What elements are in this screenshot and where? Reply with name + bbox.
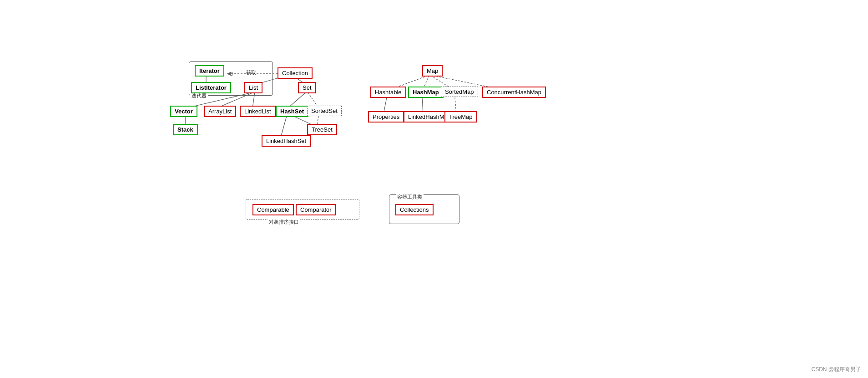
node-collections: Collections (395, 204, 434, 215)
node-hashset: HashSet (276, 106, 308, 117)
node-collection: Collection (278, 67, 313, 79)
node-vector: Vector (170, 106, 197, 117)
node-treeset: TreeSet (307, 124, 337, 135)
get-label: 获取 (246, 69, 256, 76)
node-stack: Stack (173, 124, 198, 135)
diagram: 迭代器 对象排序接口 容器工具类 获取 Collection Iterator … (0, 0, 868, 378)
node-iterator: Iterator (195, 65, 224, 77)
node-properties: Properties (368, 111, 404, 123)
node-sortedmap: SortedMap (441, 87, 478, 97)
node-map: Map (422, 65, 443, 77)
iterator-group-label: 迭代器 (190, 92, 208, 99)
node-hashmap: HashMap (408, 87, 444, 98)
node-arraylist: ArrayList (204, 106, 236, 117)
watermark: CSDN @程序奇男子 (811, 366, 861, 373)
node-sortedset: SortedSet (307, 106, 342, 116)
tool-class-group-label: 容器工具类 (396, 194, 424, 200)
node-comparator: Comparator (296, 204, 336, 215)
svg-line-13 (281, 116, 287, 138)
node-linkedhashset: LinkedHashSet (262, 135, 311, 147)
node-listiterator: ListIterator (191, 82, 231, 93)
connection-lines (0, 0, 868, 378)
node-list: List (244, 82, 262, 93)
node-hashtable: Hashtable (370, 87, 406, 98)
node-set: Set (298, 82, 316, 93)
node-linkedlist: LinkedList (240, 106, 276, 117)
sort-interface-group-label: 对象排序接口 (267, 219, 300, 225)
node-concurrenthashmap: ConcurrentHashMap (482, 87, 546, 98)
node-comparable: Comparable (252, 204, 294, 215)
node-treemap: TreeMap (444, 111, 477, 123)
